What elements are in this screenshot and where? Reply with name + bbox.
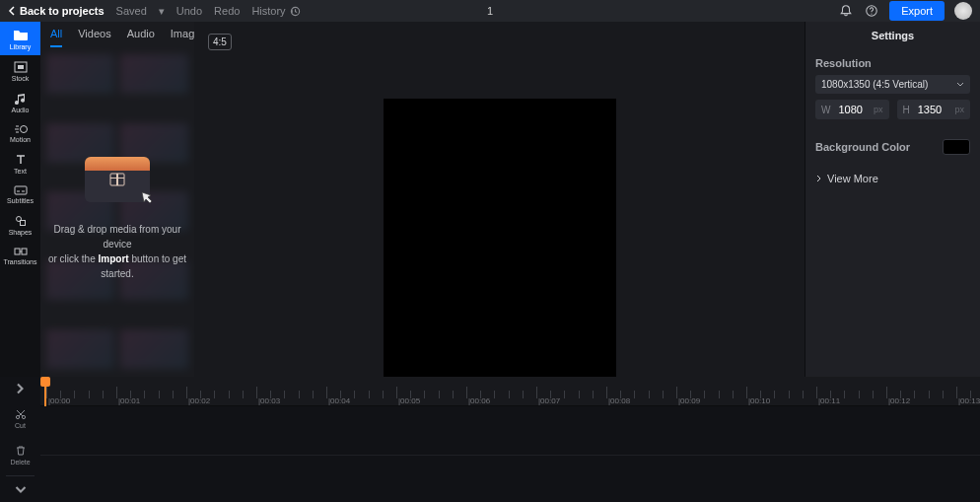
folder-icon	[13, 28, 29, 41]
settings-title: Settings	[815, 30, 970, 41]
ruler-label: |00:00	[48, 396, 70, 405]
rail-library[interactable]: Library	[0, 22, 40, 55]
ruler-label: |00:05	[398, 396, 420, 405]
back-label: Back to projects	[20, 5, 105, 17]
rail-transitions[interactable]: Transitions	[0, 241, 40, 270]
chevron-left-icon	[8, 6, 16, 16]
cursor-icon	[138, 190, 154, 206]
top-bar: Back to projects Saved ▾ Undo Redo Histo…	[0, 0, 980, 22]
timeline: Cut Delete |00:00|00:01|00:02|00:03|00:0…	[0, 377, 980, 502]
drop-zone-text: Drag & drop media from your device or cl…	[46, 222, 188, 281]
rail-text[interactable]: Text	[0, 148, 40, 179]
ruler-label: |00:13	[958, 396, 980, 405]
history-icon	[290, 6, 301, 17]
rail-audio[interactable]: Audio	[0, 87, 40, 118]
drop-zone-thumb	[85, 157, 150, 202]
shapes-icon	[15, 215, 27, 227]
ruler-label: |00:06	[468, 396, 490, 405]
bell-icon	[839, 4, 853, 18]
ruler-label: |00:08	[608, 396, 630, 405]
redo-button[interactable]: Redo	[214, 5, 240, 17]
tab-all[interactable]: All	[50, 28, 62, 47]
svg-rect-8	[20, 221, 25, 226]
subtitles-icon	[14, 185, 28, 195]
bg-color-swatch[interactable]	[943, 139, 970, 155]
chevron-down-icon	[15, 484, 27, 496]
svg-rect-4	[18, 65, 24, 69]
music-icon	[15, 93, 27, 105]
ruler-label: |00:01	[118, 396, 140, 405]
help-icon	[865, 4, 878, 18]
delete-button[interactable]: Delete	[0, 437, 40, 473]
cut-button[interactable]: Cut	[0, 400, 40, 437]
history-button[interactable]: History	[251, 5, 300, 17]
ruler-label: |00:07	[538, 396, 560, 405]
chevron-right-icon	[15, 383, 27, 394]
notifications-button[interactable]	[838, 3, 854, 19]
width-input[interactable]: W 1080 px	[815, 100, 889, 119]
rail-subtitles[interactable]: Subtitles	[0, 179, 40, 209]
undo-button[interactable]: Undo	[176, 5, 202, 17]
preview-canvas[interactable]	[384, 99, 616, 390]
svg-point-5	[20, 126, 27, 133]
save-status: Saved	[116, 5, 147, 17]
ruler-label: |00:03	[258, 396, 280, 405]
trash-icon	[15, 445, 27, 457]
project-title: 1	[487, 5, 493, 17]
svg-rect-10	[22, 249, 27, 254]
svg-rect-13	[116, 174, 118, 185]
rail-motion[interactable]: Motion	[0, 118, 40, 148]
timeline-expand[interactable]	[0, 377, 40, 400]
ruler-label: |00:10	[748, 396, 770, 405]
media-icon	[108, 173, 126, 186]
svg-rect-9	[15, 249, 20, 254]
rail-stock[interactable]: Stock	[0, 55, 40, 87]
svg-point-2	[872, 13, 873, 14]
scissors-icon	[15, 408, 27, 420]
help-button[interactable]	[864, 3, 879, 19]
tab-audio[interactable]: Audio	[127, 28, 155, 47]
view-more-button[interactable]: View More	[815, 173, 970, 184]
export-button[interactable]: Export	[889, 1, 945, 21]
motion-icon	[14, 124, 28, 134]
ruler-label: |00:04	[328, 396, 350, 405]
timeline-body[interactable]: |00:00|00:01|00:02|00:03|00:04|00:05|00:…	[40, 377, 980, 502]
timeline-collapse[interactable]	[0, 478, 40, 502]
svg-rect-6	[15, 186, 27, 194]
timeline-rail: Cut Delete	[0, 377, 40, 502]
bg-color-label: Background Color	[815, 141, 910, 153]
timeline-tracks[interactable]	[40, 406, 980, 502]
ruler-label: |00:11	[818, 396, 840, 405]
text-icon	[15, 154, 27, 166]
timeline-ruler[interactable]: |00:00|00:01|00:02|00:03|00:04|00:05|00:…	[40, 377, 980, 406]
stock-icon	[14, 61, 28, 73]
user-avatar[interactable]	[954, 2, 972, 20]
resolution-select[interactable]: 1080x1350 (4:5 Vertical)	[815, 75, 970, 94]
transitions-icon	[14, 247, 28, 256]
ruler-label: |00:09	[678, 396, 700, 405]
status-dropdown-caret[interactable]: ▾	[159, 5, 165, 18]
ruler-label: |00:12	[888, 396, 910, 405]
rail-shapes[interactable]: Shapes	[0, 209, 40, 241]
chevron-down-icon	[956, 81, 964, 89]
tab-videos[interactable]: Videos	[78, 28, 110, 47]
back-to-projects-button[interactable]: Back to projects	[8, 5, 105, 17]
ruler-label: |00:02	[188, 396, 210, 405]
height-input[interactable]: H 1350 px	[897, 100, 971, 119]
library-tabs: All Videos Audio Images	[40, 22, 194, 48]
chevron-right-icon	[815, 175, 823, 182]
aspect-ratio-chip[interactable]: 4:5	[208, 34, 232, 50]
resolution-label: Resolution	[815, 57, 970, 69]
drop-zone: Drag & drop media from your device or cl…	[46, 157, 188, 281]
